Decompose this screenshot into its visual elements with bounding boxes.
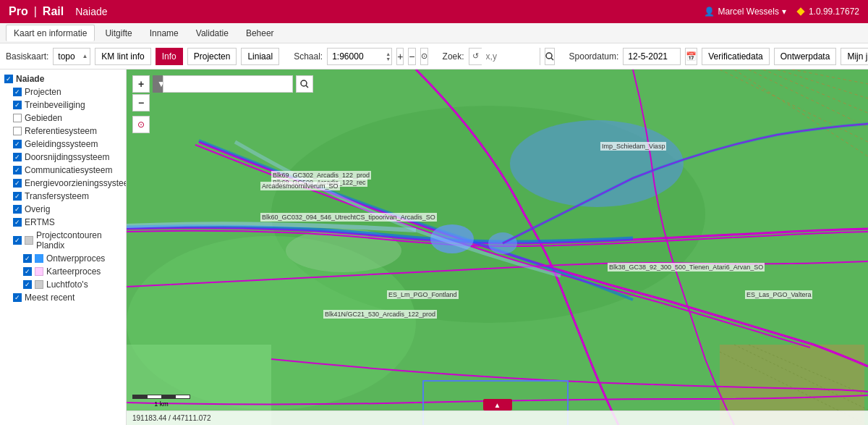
spoordatum-label: Spoordatum: <box>569 51 619 62</box>
ertms-checkbox[interactable] <box>13 218 22 227</box>
diamond-icon <box>796 7 804 15</box>
svg-line-24 <box>306 85 308 88</box>
projectcontouren-checkbox[interactable] <box>13 236 22 245</box>
nav-validatie[interactable]: Validatie <box>189 25 236 41</box>
map-compass[interactable]: ⊙ <box>132 116 150 133</box>
zoom-out-button[interactable]: − <box>408 48 415 65</box>
sidebar-item-meest-recent[interactable]: Meest recent <box>0 291 126 304</box>
basiskaart-select[interactable]: topo <box>53 48 90 65</box>
karteerproces-checkbox[interactable] <box>23 267 32 276</box>
sidebar-item-ontwerpproces[interactable]: Ontwerpproces <box>0 252 126 265</box>
doorsnijdingssysteem-checkbox[interactable] <box>13 153 22 161</box>
svg-point-23 <box>301 80 307 86</box>
search-input[interactable] <box>482 48 540 65</box>
search-go-button[interactable] <box>545 48 555 65</box>
luchtfotos-sub-checkbox[interactable] <box>35 280 43 289</box>
projectcontouren-label: Projectcontouren Plandix <box>36 230 122 251</box>
scale-input[interactable] <box>327 48 392 65</box>
luchtfotos-checkbox[interactable] <box>23 280 32 289</box>
svg-point-0 <box>546 53 552 59</box>
spoordatum-input[interactable] <box>623 48 681 65</box>
ontwerpdata-button[interactable]: Ontwerpdata <box>774 48 837 65</box>
map-search-input[interactable] <box>163 75 293 93</box>
projectcontouren-sub-checkbox[interactable] <box>25 236 33 245</box>
user-menu[interactable]: 👤 Marcel Wessels ▾ <box>704 7 786 17</box>
map-zoom-out-button[interactable]: − <box>132 94 150 111</box>
sidebar-item-doorsnijdingssysteem[interactable]: Doorsnijdingssysteem <box>0 151 126 164</box>
transfersysteem-checkbox[interactable] <box>13 192 22 201</box>
nav-kaart[interactable]: Kaart en informatie <box>6 25 95 41</box>
header: Pro|Rail Naiade 👤 Marcel Wessels ▾ 1.0.9… <box>0 0 868 23</box>
nav-uitgifte[interactable]: Uitgifte <box>98 25 139 41</box>
mijn-jobs-button[interactable]: Mijn jobs <box>841 48 868 65</box>
scale-bar-label: 1 km <box>154 400 169 408</box>
map-search-button[interactable] <box>296 75 313 93</box>
sidebar-item-projecten[interactable]: Projecten <box>0 85 126 98</box>
scale-arrows: ▲ ▼ <box>386 51 391 62</box>
referentiesysteem-label: Referentiesysteem <box>25 126 97 136</box>
schaal-label: Schaal: <box>294 51 323 62</box>
meest-recent-label: Meest recent <box>25 293 75 303</box>
navbar: Kaart en informatie Uitgifte Inname Vali… <box>0 23 868 43</box>
sidebar-item-overig[interactable]: Overig <box>0 203 126 216</box>
transfersysteem-label: Transfersysteem <box>25 191 89 201</box>
meest-recent-checkbox[interactable] <box>13 293 22 302</box>
sidebar-item-projectcontouren[interactable]: Projectcontouren Plandix <box>0 229 126 252</box>
scroll-up-button[interactable]: ▲ <box>483 399 512 411</box>
ontwerpproces-checkbox[interactable] <box>23 254 32 263</box>
info-button[interactable]: Info <box>156 48 183 65</box>
communicatiesysteem-checkbox[interactable] <box>13 166 22 174</box>
version-info: 1.0.99.17672 <box>798 7 859 17</box>
ontwerpproces-color <box>35 254 43 263</box>
user-icon: 👤 <box>704 7 715 17</box>
user-chevron-icon: ▾ <box>782 7 786 17</box>
sidebar-item-geleidingssysteem[interactable]: Geleidingssysteem <box>0 138 126 151</box>
sidebar-item-luchtfotos[interactable]: Luchtfoto's <box>0 278 126 291</box>
user-name: Marcel Wessels <box>718 7 778 17</box>
calendar-button[interactable]: 📅 <box>685 48 697 65</box>
referentiesysteem-checkbox[interactable] <box>13 127 22 135</box>
naiade-checkbox[interactable] <box>4 75 13 83</box>
naiade-label: Naiade <box>16 74 44 84</box>
sidebar-item-energievoorziening[interactable]: Energievoorzieningssysteem <box>0 177 126 190</box>
sidebar-item-communicatiesysteem[interactable]: Communicatiesysteem <box>0 164 126 177</box>
projecten-checkbox[interactable] <box>13 88 22 96</box>
geleidingssysteem-checkbox[interactable] <box>13 140 22 148</box>
energievoorziening-label: Energievoorzieningssysteem <box>25 178 127 188</box>
sidebar-item-referentiesysteem[interactable]: Referentiesysteem <box>0 125 126 138</box>
verificatiedata-button[interactable]: Verificatiedata <box>702 48 769 65</box>
map-container[interactable]: + − ⊙ ▼ Imp_Schiedam_Viasp Blk69_GC302_A… <box>127 70 868 425</box>
sidebar: Naiade Projecten Treinbeveiliging Gebied… <box>0 70 127 425</box>
search-cursor-icon: ↺ <box>469 51 482 61</box>
sidebar-item-gebieden[interactable]: Gebieden <box>0 111 126 125</box>
doorsnijdingssysteem-label: Doorsnijdingssysteem <box>25 152 109 162</box>
sidebar-item-transfersysteem[interactable]: Transfersysteem <box>0 190 126 203</box>
overig-checkbox[interactable] <box>13 205 22 214</box>
basiskaart-label: Basiskaart: <box>6 51 48 62</box>
map-search-icon <box>300 80 309 88</box>
search-area: ↺ <box>469 48 540 65</box>
version-text: 1.0.99.17672 <box>809 7 859 17</box>
liniaal-button[interactable]: Liniaal <box>241 48 279 65</box>
treinbeveiliging-checkbox[interactable] <box>13 101 22 109</box>
main-content: Naiade Projecten Treinbeveiliging Gebied… <box>0 70 868 425</box>
map-zoom-in-button[interactable]: + <box>132 75 150 93</box>
km-lint-info-button[interactable]: KM lint info <box>95 48 150 65</box>
nav-inname[interactable]: Inname <box>142 25 186 41</box>
sidebar-item-ertms[interactable]: ERTMS <box>0 216 126 229</box>
nav-beheer[interactable]: Beheer <box>239 25 281 41</box>
treinbeveiliging-label: Treinbeveiliging <box>25 100 85 110</box>
zoom-extent-button[interactable]: ⊙ <box>420 48 428 65</box>
projecten-button[interactable]: Projecten <box>187 48 237 65</box>
zoom-in-button[interactable]: + <box>396 48 404 65</box>
gebieden-checkbox[interactable] <box>13 114 22 122</box>
right-buttons: Verificatiedata Ontwerpdata Mijn jobs <box>702 48 868 65</box>
sidebar-item-karteerproces[interactable]: Karteerproces <box>0 265 126 278</box>
sidebar-item-naiade[interactable]: Naiade <box>0 72 126 85</box>
coordinates-display: 191183.44 / 447111.072 <box>132 414 210 422</box>
sidebar-item-treinbeveiliging[interactable]: Treinbeveiliging <box>0 98 126 111</box>
ertms-label: ERTMS <box>25 217 55 227</box>
header-right: 👤 Marcel Wessels ▾ 1.0.99.17672 <box>704 7 859 17</box>
energievoorziening-checkbox[interactable] <box>13 179 22 188</box>
zoek-label: Zoek: <box>443 51 464 62</box>
